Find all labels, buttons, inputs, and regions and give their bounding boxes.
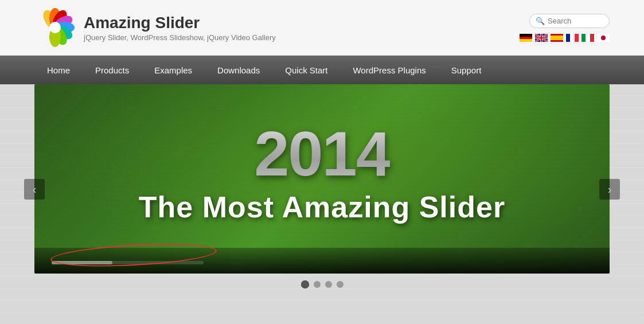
dot-2[interactable]: [314, 281, 321, 288]
slider-dots: [34, 274, 610, 294]
prev-arrow[interactable]: ‹: [24, 179, 45, 200]
site-logo-icon: [34, 7, 76, 48]
next-arrow-icon: ›: [608, 183, 612, 196]
nav-item-wordpress-plugins[interactable]: WordPress Plugins: [340, 56, 438, 84]
main-nav: Home Products Examples Downloads Quick S…: [0, 56, 644, 84]
svg-rect-19: [586, 34, 590, 42]
slider-tagline: The Most Amazing Slider: [139, 190, 505, 224]
header-text: Amazing Slider jQuery Slider, WordPress …: [84, 13, 276, 42]
flag-it[interactable]: [581, 34, 594, 42]
flag-es[interactable]: [551, 34, 563, 42]
flag-fr[interactable]: [566, 34, 579, 42]
language-flags: [520, 34, 610, 42]
flag-gb[interactable]: [535, 34, 548, 42]
nav-item-examples[interactable]: Examples: [142, 56, 205, 84]
slider-year: 2014: [254, 122, 390, 185]
slider: 2014 The Most Amazing Slider: [34, 84, 610, 274]
svg-point-24: [303, 283, 307, 286]
dot-1[interactable]: [301, 280, 309, 288]
header: Amazing Slider jQuery Slider, WordPress …: [0, 0, 644, 56]
flag-de[interactable]: [520, 34, 532, 42]
search-icon: 🔍: [536, 17, 545, 25]
svg-rect-18: [581, 34, 586, 42]
svg-rect-16: [570, 34, 575, 42]
site-title: Amazing Slider: [84, 13, 276, 33]
svg-rect-10: [520, 37, 532, 39]
svg-rect-14: [551, 36, 563, 40]
header-right: 🔍: [520, 14, 610, 42]
svg-rect-9: [520, 34, 532, 37]
header-left: Amazing Slider jQuery Slider, WordPress …: [34, 7, 276, 48]
dot-4[interactable]: [337, 281, 344, 288]
prev-arrow-icon: ‹: [33, 183, 37, 196]
flag-jp[interactable]: [597, 34, 610, 42]
svg-rect-17: [575, 34, 579, 42]
next-arrow[interactable]: ›: [599, 179, 620, 200]
svg-point-8: [49, 22, 61, 33]
site-subtitle: jQuery Slider, WordPress Slideshow, jQue…: [84, 33, 276, 42]
nav-item-products[interactable]: Products: [83, 56, 142, 84]
svg-rect-11: [520, 39, 532, 42]
nav-item-quickstart[interactable]: Quick Start: [272, 56, 340, 84]
nav-item-support[interactable]: Support: [439, 56, 494, 84]
search-box[interactable]: 🔍: [529, 14, 610, 28]
search-input[interactable]: [548, 17, 603, 25]
nav-item-home[interactable]: Home: [34, 56, 83, 84]
slider-wrapper: 2014 The Most Amazing Slider ‹ ›: [34, 84, 610, 294]
dot-3[interactable]: [325, 281, 332, 288]
nav-item-downloads[interactable]: Downloads: [205, 56, 272, 84]
svg-rect-20: [590, 34, 594, 42]
svg-point-22: [601, 36, 606, 40]
svg-rect-15: [566, 34, 570, 42]
